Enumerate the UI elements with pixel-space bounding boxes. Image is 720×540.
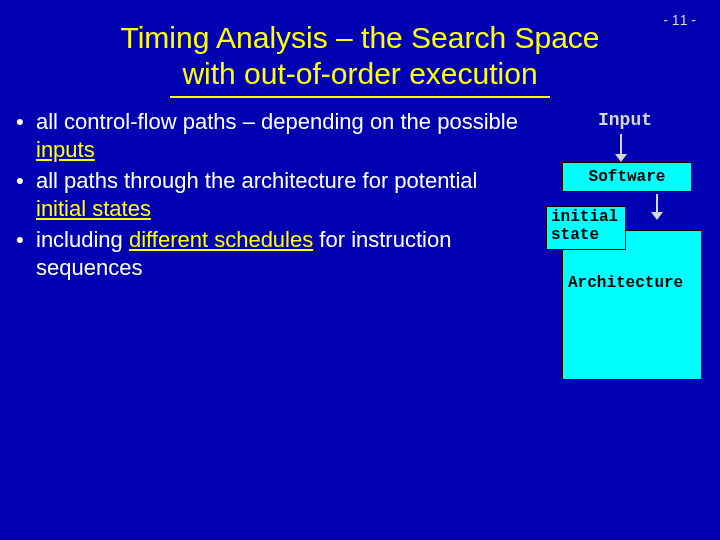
arrow-software-to-arch bbox=[656, 194, 658, 214]
bullet-list: all control-flow paths – depending on th… bbox=[10, 106, 530, 283]
bullet-1-keyword: inputs bbox=[36, 137, 95, 162]
bullet-2-text: all paths through the architecture for p… bbox=[36, 168, 478, 193]
bullet-2: all paths through the architecture for p… bbox=[10, 165, 530, 224]
bullet-3-pre: including bbox=[36, 227, 129, 252]
software-box: Software bbox=[562, 162, 692, 192]
bullet-3-keyword: different schedules bbox=[129, 227, 313, 252]
title-line-1: Timing Analysis – the Search Space bbox=[120, 21, 599, 54]
title-underline bbox=[170, 96, 550, 98]
bullet-2-keyword: initial states bbox=[36, 196, 151, 221]
architecture-box bbox=[562, 230, 702, 380]
initial-state-box: initial state bbox=[546, 206, 626, 250]
bullet-3: including different schedules for instru… bbox=[10, 224, 530, 283]
arrow-input-to-software bbox=[620, 134, 622, 156]
page-number: - 11 - bbox=[663, 12, 696, 28]
diagram: Input Software initial state Architectur… bbox=[526, 100, 706, 390]
initial-line-1: initial bbox=[551, 208, 618, 226]
input-label: Input bbox=[598, 110, 652, 130]
initial-line-2: state bbox=[551, 226, 599, 244]
title-line-2: with out-of-order execution bbox=[182, 57, 537, 90]
architecture-label: Architecture bbox=[568, 274, 683, 292]
slide-title: Timing Analysis – the Search Space with … bbox=[0, 0, 720, 96]
bullet-1: all control-flow paths – depending on th… bbox=[10, 106, 530, 165]
bullet-1-text: all control-flow paths – depending on th… bbox=[36, 109, 518, 134]
